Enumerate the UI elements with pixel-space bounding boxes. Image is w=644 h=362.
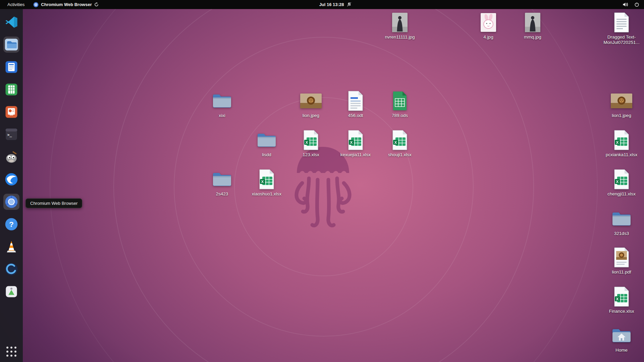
desktop-icon-mmq-jpg[interactable]: mmq.jpg [513,11,553,40]
loading-spinner-icon [94,2,99,7]
libreoffice-writer-icon [4,60,18,74]
desktop-icon-321ds3[interactable]: 321ds3 [601,208,642,236]
desktop-icon-home[interactable]: Home [601,324,642,353]
xlsx-icon: X [347,129,364,151]
bell-slash-icon [346,2,352,7]
speaker-icon[interactable] [623,2,628,7]
dock-item-help[interactable]: ? [3,216,19,232]
dock-item-impress[interactable] [3,104,19,120]
svg-text:X: X [616,180,619,184]
thunderbird-icon [4,172,19,187]
clock-label: Jul 16 13:28 [319,2,344,7]
desktop-icon-label: Home [615,348,628,353]
odt-icon [347,90,364,112]
jpg-portrait-icon [525,11,540,34]
clock-menu[interactable]: Jul 16 13:28 [319,2,352,7]
terminal-icon: >_ [4,127,18,141]
dock-tooltip: Chromium Web Browser [25,198,82,208]
dock-item-software[interactable] [3,284,19,300]
desktop-icon-xixi[interactable]: xixi [202,90,242,118]
desktop-icon-nvren11111-jpg[interactable]: nvren11111.jpg [380,11,420,40]
svg-text:X: X [616,140,619,144]
power-icon[interactable] [634,2,639,7]
desktop-icon-chengji11-xlsx[interactable]: Xchengji11.xlsx [601,168,642,197]
svg-text:X: X [616,297,619,301]
desktop-icon-2s423[interactable]: 2s423 [202,168,242,197]
gimp-icon [4,149,19,164]
dock-item-terminal[interactable]: >_ [3,126,19,142]
xlsx-icon: X [258,168,275,190]
desktop-icon-layer: nvren11111.jpg4.jpgmmq.jpgDragged Text-M… [0,0,644,362]
ods-icon [391,90,408,112]
desktop-icon-label: 456.odt [348,113,363,118]
desktop-icon-label: lion11.pdf [612,269,631,275]
desktop-icon-shouji1-xlsx[interactable]: Xshouji1.xlsx [380,129,420,158]
desktop-icon-lion-jpeg[interactable]: lion.jpeg [291,90,331,118]
desktop-icon-pcxianka11-xlsx[interactable]: Xpcxianka11.xlsx [601,129,642,158]
swirl-app-icon [4,262,19,277]
dock-item-vlc[interactable] [3,239,19,255]
pdf-icon [613,246,630,268]
desktop-icon-label: Finance.xlsx [609,309,634,314]
desktop-icon-456-odt[interactable]: 456.odt [335,90,376,118]
desktop-icon-label: lisdd [262,152,271,158]
desktop-icon-123-xlsx[interactable]: X123.xlsx [291,129,331,158]
folder-icon [256,129,277,151]
desktop-icon-789-ods[interactable]: 789.ods [380,90,420,118]
dock-item-files[interactable] [3,37,19,53]
folder-icon [611,208,632,230]
dock-item-vscode[interactable] [3,14,19,30]
desktop-icon-dragged-text-monjul0720251[interactable]: Dragged Text-MonJul0720251... [601,11,642,45]
desktop-icon-lion1-jpeg[interactable]: lion1.jpeg [601,90,642,118]
desktop-icon-label: xixi [219,113,225,118]
dock-item-gimp[interactable] [3,149,19,165]
xlsx-icon: X [303,129,319,151]
desktop-icon-label: xiaoshuo1.xlsx [252,191,282,197]
desktop-icon-label: chengji11.xlsx [607,191,636,197]
desktop-icon-kexuejia11-xlsx[interactable]: Xkexuejia11.xlsx [335,129,376,158]
help-icon: ? [4,217,19,232]
desktop-icon-label: 2s423 [216,191,228,197]
desktop-icon-label: Dragged Text-MonJul0720251... [602,35,641,45]
focused-app-menu[interactable]: Chromium Web Browser [33,2,98,7]
folder-icon [212,168,232,190]
activities-button[interactable]: Activities [5,1,26,8]
desktop-icon-lisdd[interactable]: lisdd [247,129,287,158]
software-store-icon [4,285,18,299]
dock-item-writer[interactable] [3,59,19,75]
jpg-lion-icon [300,90,322,112]
desktop-icon-label: 789.ods [392,113,408,118]
focused-app-title: Chromium Web Browser [41,2,92,7]
desktop-icon-label: 4.jpg [483,35,493,40]
dock-item-thunderbird[interactable] [3,171,19,187]
desktop-icon-xiaoshuo1-xlsx[interactable]: Xxiaoshuo1.xlsx [247,168,287,197]
dock-items: >_? [3,14,19,300]
chromium-icon [4,194,19,209]
svg-text:?: ? [9,220,14,229]
xlsx-icon: X [613,168,630,190]
desktop-icon-label: pcxianka11.xlsx [606,152,637,158]
top-bar: Activities Chromium Web Browser Jul 16 1… [0,0,644,9]
svg-text:X: X [350,140,353,144]
xlsx-icon: X [613,129,630,151]
jpg-portrait-icon [392,11,408,34]
desktop-icon-4-jpg[interactable]: 4.jpg [468,11,508,40]
desktop-icon-lion11-pdf[interactable]: lion11.pdf [601,246,642,275]
jpg-lion-icon [611,90,632,112]
desktop-icon-label: kexuejia11.xlsx [340,152,371,158]
svg-text:>_: >_ [7,132,12,137]
dock-item-chromium[interactable] [3,194,19,210]
desktop-icon-finance-xlsx[interactable]: XFinance.xlsx [601,286,642,314]
vlc-icon [4,240,18,254]
jpg-cartoon-icon [481,11,496,34]
txt-icon [613,11,630,34]
show-applications-button[interactable] [6,347,16,357]
folder-icon [212,90,232,112]
desktop-icon-label: shouji1.xlsx [388,152,412,158]
dock-item-calc[interactable] [3,81,19,98]
dock: >_? [0,9,23,362]
desktop-icon-label: nvren11111.jpg [385,35,415,40]
dock-item-swirlapp[interactable] [3,261,19,277]
xlsx-icon: X [391,129,408,151]
desktop-icon-label: lion.jpeg [303,113,319,118]
